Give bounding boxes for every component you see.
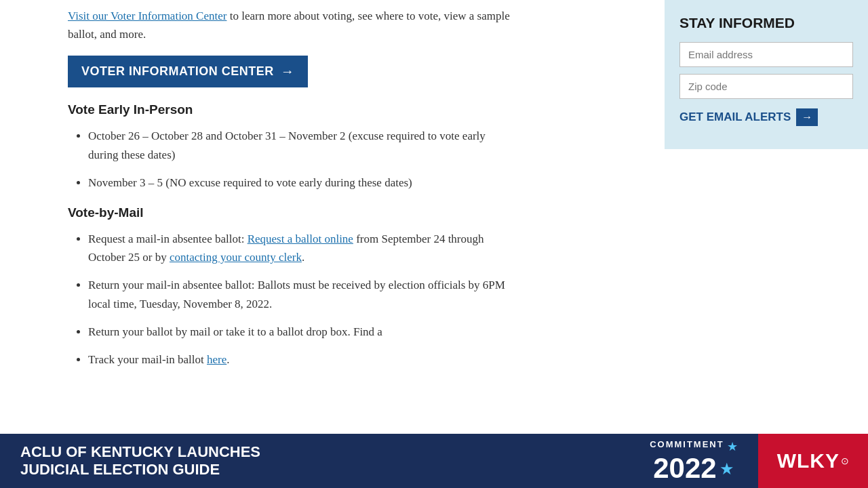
list-item: Request a mail-in absentee ballot: Reque…	[88, 230, 515, 266]
vbm-item1-end: .	[302, 251, 304, 264]
list-item: November 3 – 5 (NO excuse required to vo…	[88, 174, 515, 192]
commitment-year: 2022	[653, 454, 716, 483]
vbm-item3: Return your ballot by mail or take it to…	[88, 325, 382, 338]
banner-headline-line2: JUDICIAL ELECTION GUIDE	[20, 461, 609, 479]
vic-link[interactable]: Visit our Voter Information Center	[68, 9, 226, 22]
banner-text-section: ACLU OF KENTUCKY LAUNCHES JUDICIAL ELECT…	[0, 443, 629, 479]
vote-by-mail-section: Vote-by-Mail Request a mail-in absentee …	[68, 205, 515, 369]
track-ballot-link[interactable]: here	[207, 353, 226, 366]
vote-early-item2: November 3 – 5 (NO excuse required to vo…	[88, 176, 412, 189]
voter-information-center-button[interactable]: VOTER INFORMATION CENTER →	[68, 56, 308, 87]
vbm-item1-pre: Request a mail-in absentee ballot:	[88, 232, 248, 245]
stay-informed-title: STAY INFORMED	[679, 15, 853, 31]
vic-button-arrow-icon: →	[281, 64, 295, 79]
get-email-alerts-button[interactable]: GET EMAIL ALERTS →	[679, 106, 818, 129]
vote-early-list: October 26 – October 28 and October 31 –…	[68, 127, 515, 192]
vbm-item2: Return your mail-in absentee ballot: Bal…	[88, 279, 505, 310]
vic-button-label: VOTER INFORMATION CENTER	[81, 64, 274, 79]
list-item: Return your mail-in absentee ballot: Bal…	[88, 276, 515, 312]
commitment-star-icon: ★	[727, 439, 738, 454]
banner-right: COMMITMENT ★ 2022 ★ WLKY ⊙	[629, 434, 868, 488]
main-content: Visit our Voter Information Center to le…	[0, 0, 556, 434]
vote-by-mail-list: Request a mail-in absentee ballot: Reque…	[68, 230, 515, 369]
banner-headline-line1: ACLU OF KENTUCKY LAUNCHES	[20, 443, 609, 461]
get-alerts-label: GET EMAIL ALERTS	[679, 110, 791, 124]
wlky-eye-icon: ⊙	[841, 455, 849, 466]
county-clerk-link[interactable]: contacting your county clerk	[170, 251, 302, 264]
list-item: Track your mail-in ballot here.	[88, 350, 515, 369]
vbm-item4-pre: Track your mail-in ballot	[88, 353, 207, 366]
wlky-text: WLKY	[777, 449, 840, 472]
list-item: October 26 – October 28 and October 31 –…	[88, 127, 515, 163]
vbm-item4-end: .	[226, 353, 229, 366]
vote-by-mail-heading: Vote-by-Mail	[68, 205, 515, 220]
vote-early-item1: October 26 – October 28 and October 31 –…	[88, 129, 486, 161]
commitment-label: COMMITMENT	[650, 439, 724, 449]
get-alerts-arrow-icon: →	[796, 108, 818, 126]
stay-informed-sidebar: STAY INFORMED GET EMAIL ALERTS →	[665, 0, 868, 149]
email-input[interactable]	[679, 42, 853, 67]
request-ballot-link[interactable]: Request a ballot online	[248, 232, 353, 245]
commitment-section: COMMITMENT ★ 2022 ★	[629, 434, 758, 488]
commitment-year-star-icon: ★	[719, 460, 734, 479]
zip-input[interactable]	[679, 74, 853, 99]
vote-early-heading: Vote Early In-Person	[68, 102, 515, 117]
wlky-logo: WLKY ⊙	[758, 434, 868, 488]
intro-paragraph: Visit our Voter Information Center to le…	[68, 7, 515, 43]
bottom-banner: ACLU OF KENTUCKY LAUNCHES JUDICIAL ELECT…	[0, 434, 868, 488]
list-item: Return your ballot by mail or take it to…	[88, 323, 515, 341]
